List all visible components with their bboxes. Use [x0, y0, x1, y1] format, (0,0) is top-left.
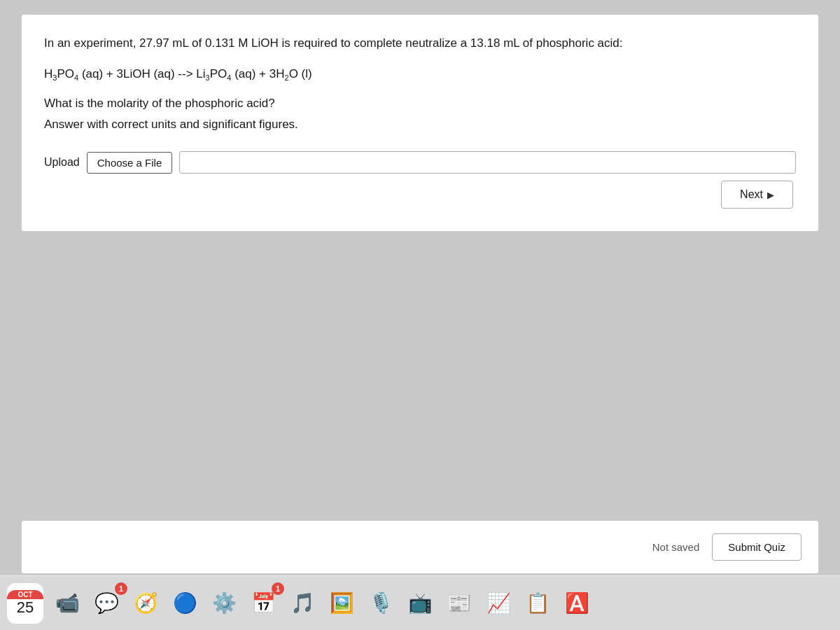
save-status: Not saved: [652, 541, 700, 553]
main-content: In an experiment, 27.97 mL of 0.131 M Li…: [21, 0, 819, 574]
dock-icon-calendar[interactable]: 📅1: [245, 585, 281, 622]
dock-icon-settings[interactable]: ⚙️: [206, 585, 242, 622]
dock-icon-notes[interactable]: 📋: [519, 585, 556, 622]
question-instruction: Answer with correct units and significan…: [44, 118, 796, 132]
dock-icon-news[interactable]: 📰: [441, 585, 477, 622]
bottom-bar: Not saved Submit Quiz: [21, 520, 819, 574]
dock-icon-music[interactable]: 🎵: [284, 585, 321, 622]
dock-icon-appletv[interactable]: 📺: [402, 585, 438, 622]
next-label: Next: [740, 188, 763, 201]
upload-row: Upload Choose a File: [44, 151, 796, 174]
dock-icon-photos[interactable]: 🖼️: [323, 585, 360, 622]
next-btn-area: Next ▶: [44, 181, 796, 209]
dock-date-month: OCT: [7, 590, 43, 599]
dock-icon-appstore[interactable]: 🅰️: [559, 585, 595, 622]
question-prompt: What is the molarity of the phosphoric a…: [44, 97, 796, 111]
dock-icon-messages[interactable]: 💬1: [88, 585, 125, 622]
question-intro: In an experiment, 27.97 mL of 0.131 M Li…: [44, 34, 796, 52]
dock-calendar-icon[interactable]: OCT 25: [7, 583, 43, 624]
dock-icon-podcast[interactable]: 🎙️: [363, 585, 399, 622]
dock-icon-stocks[interactable]: 📈: [480, 585, 517, 622]
dock: OCT 25 📹💬1🧭🔵⚙️📅1🎵🖼️🎙️📺📰📈📋🅰️: [0, 575, 840, 630]
chemical-equation: H3PO4 (aq) + 3LiOH (aq) --> Li3PO4 (aq) …: [44, 65, 796, 84]
dock-icon-facetime[interactable]: 📹: [49, 585, 85, 622]
dock-date-day: 25: [17, 599, 34, 616]
question-card: In an experiment, 27.97 mL of 0.131 M Li…: [21, 14, 819, 232]
dock-icon-safari[interactable]: 🧭: [127, 585, 164, 622]
next-arrow-icon: ▶: [767, 190, 774, 200]
upload-label: Upload: [44, 156, 80, 169]
choose-file-button[interactable]: Choose a File: [87, 152, 173, 174]
submit-quiz-button[interactable]: Submit Quiz: [712, 533, 802, 561]
dock-icon-chrome[interactable]: 🔵: [167, 585, 203, 622]
next-button[interactable]: Next ▶: [721, 181, 793, 209]
file-name-display: [179, 151, 796, 174]
